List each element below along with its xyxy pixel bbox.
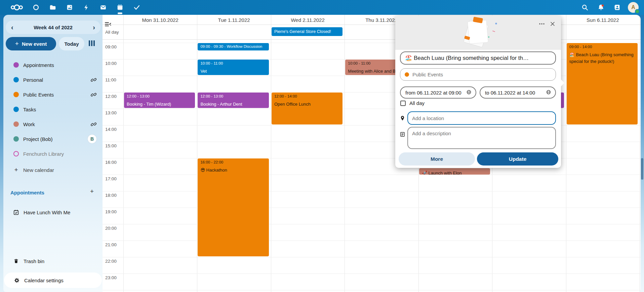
all-day-checkbox[interactable]: [400, 101, 406, 106]
tasks-icon[interactable]: [128, 0, 145, 15]
add-appointment-button[interactable]: +: [90, 188, 94, 195]
hour-label: 15:00: [105, 143, 117, 148]
day-header[interactable]: Wed 2.11.2022: [271, 15, 345, 25]
calendar-event[interactable]: Pierre's General Store Closed!: [272, 27, 343, 36]
new-calendar-button[interactable]: + New calendar: [3, 162, 103, 177]
more-options-icon[interactable]: [537, 20, 546, 28]
calendar-color-dot: [13, 62, 19, 68]
sidebar-item-personal[interactable]: Personal: [3, 72, 103, 87]
gear-icon: [14, 277, 20, 284]
new-event-button[interactable]: + New event: [6, 37, 56, 50]
calendar-color-dot: [13, 107, 19, 112]
calendar-color-dot: [13, 92, 19, 97]
event-editor-popup: Public Events from 06.11.2022 at 09:00 t…: [395, 15, 561, 168]
event-time: 16:00 - 22:00: [200, 160, 266, 164]
calendar-name: Public Events: [23, 92, 91, 98]
calendar-name: Appointments: [23, 62, 103, 68]
today-button[interactable]: Today: [59, 37, 84, 50]
notifications-icon[interactable]: [593, 0, 609, 15]
grid-column-line: [345, 15, 345, 292]
sidebar-item-tasks[interactable]: Tasks: [3, 102, 103, 117]
mail-icon[interactable]: [95, 0, 112, 15]
calendar-event[interactable]: 12:00 - 14:00Open Office Lunch: [272, 93, 343, 124]
calendar-color-dot: [405, 72, 409, 77]
end-datetime-field[interactable]: to 06.11.2022 at 14:00: [480, 86, 556, 99]
description-icon: [400, 132, 405, 139]
calendar-settings-button[interactable]: Calendar settings: [4, 272, 102, 288]
popup-header: [395, 15, 561, 50]
search-icon[interactable]: [577, 0, 593, 15]
hour-label: 10:00: [105, 61, 117, 66]
photos-icon[interactable]: [61, 0, 78, 15]
event-title-input[interactable]: [400, 51, 556, 65]
sidebar-item-fenchurch-library[interactable]: Fenchurch Library: [3, 146, 103, 161]
topbar-right: A: [577, 0, 641, 15]
calendar-event[interactable]: 12:00 - 13:00Booking - Arthur Dent: [198, 93, 269, 108]
timezone-globe-icon[interactable]: [466, 89, 472, 96]
update-button[interactable]: Update: [477, 152, 558, 166]
nextcloud-logo-icon[interactable]: [6, 0, 28, 15]
calendar-event[interactable]: 09:00 - 09:30 - Workflow Discussion: [198, 43, 269, 50]
toggle-list-icon[interactable]: [105, 22, 111, 28]
day-header[interactable]: Tue 1.11.2022: [197, 15, 271, 25]
hour-label: 16:00: [105, 160, 117, 165]
all-day-toggle[interactable]: All day: [400, 100, 425, 106]
scrollbar[interactable]: [641, 158, 643, 180]
event-title: Open Office Lunch: [274, 101, 340, 108]
close-icon[interactable]: [548, 20, 557, 28]
hour-label: 22:00: [105, 259, 117, 264]
calendar-event[interactable]: 09:00 - 14:00🏖️ Beach Luau (Bring someth…: [567, 43, 638, 124]
hour-line: [103, 290, 641, 290]
location-input[interactable]: [407, 111, 556, 125]
calendar-name: Personal: [23, 77, 91, 83]
owner-avatar: B: [88, 135, 96, 143]
shared-link-icon: [91, 121, 96, 127]
online-status-dot: [635, 9, 640, 14]
files-icon[interactable]: [44, 0, 61, 15]
more-button[interactable]: More: [399, 152, 475, 166]
previous-week-button[interactable]: ‹: [11, 24, 13, 31]
grid-column-line: [271, 15, 271, 292]
topbar-apps: [0, 0, 145, 15]
view-columns-icon[interactable]: [89, 40, 95, 46]
start-datetime-field[interactable]: from 06.11.2022 at 09:00: [400, 86, 476, 99]
hour-label: 11:00: [105, 77, 116, 82]
new-calendar-label: New calendar: [23, 167, 103, 173]
sidebar-item-appointments[interactable]: Appointments: [3, 58, 103, 72]
hour-line: [103, 241, 641, 241]
event-time: 12:00 - 13:00: [127, 94, 192, 98]
tasks-illustration: [453, 16, 504, 50]
day-header[interactable]: Sun 6.11.2022: [566, 15, 640, 25]
calendar-name: Tasks: [23, 107, 103, 112]
new-event-label: New event: [22, 41, 47, 47]
calendar-event[interactable]: 10:00 - 11:00Vet: [198, 60, 269, 75]
hour-label: 21:00: [105, 242, 117, 247]
all-day-label: All day: [409, 100, 425, 106]
event-time: 10:00 - 11:00: [200, 61, 266, 65]
calendar-event[interactable]: 16:00 - 22:00😎 Hackathon: [198, 158, 269, 256]
calendar-icon[interactable]: [112, 0, 128, 15]
hour-line: [103, 273, 641, 274]
calendar-picker[interactable]: Public Events: [400, 68, 556, 81]
grid-column-line: [640, 15, 640, 292]
calendar-event[interactable]: 12:00 - 13:00Booking - Tim (Wizard): [124, 93, 195, 108]
avatar: A: [628, 2, 639, 13]
event-title: Booking - Arthur Dent: [200, 101, 266, 108]
description-input[interactable]: [407, 127, 556, 149]
sidebar-item-public-events[interactable]: Public Events: [3, 87, 103, 102]
trash-bin-button[interactable]: Trash bin: [3, 254, 103, 268]
next-week-button[interactable]: ›: [93, 24, 95, 31]
user-avatar[interactable]: A: [625, 0, 641, 15]
calendar-picker-value: Public Events: [412, 72, 443, 77]
calendar-color-dot: [13, 151, 19, 156]
day-header[interactable]: Mon 31.10.2022: [123, 15, 197, 25]
dashboard-icon[interactable]: [28, 0, 44, 15]
contacts-icon[interactable]: [609, 0, 625, 15]
calendar-event[interactable]: 🚀 Launch with Elon: [419, 168, 490, 175]
activity-icon[interactable]: [78, 0, 95, 15]
sidebar: ‹ Week 44 of 2022 › + New event Today Ap…: [3, 15, 103, 292]
sidebar-item-project-bob[interactable]: Project (Bob)B: [3, 132, 103, 146]
timezone-globe-icon[interactable]: [546, 89, 551, 96]
appointment-item-have-lunch-with-me[interactable]: Have Lunch With Me: [3, 205, 103, 220]
sidebar-item-work[interactable]: Work: [3, 117, 103, 132]
